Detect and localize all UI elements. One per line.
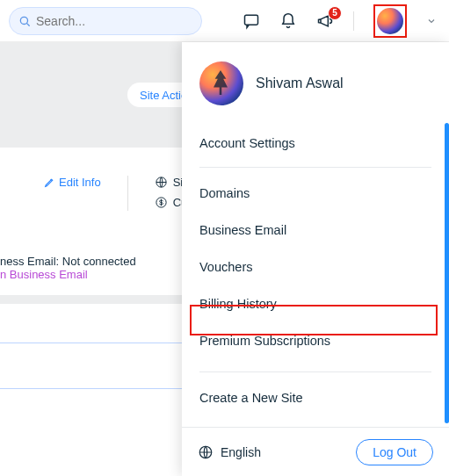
vertical-divider — [127, 176, 128, 211]
svg-line-1 — [27, 23, 30, 25]
avatar — [199, 61, 243, 105]
globe-icon — [155, 176, 168, 189]
avatar-button-highlight — [373, 4, 407, 38]
search-icon — [18, 15, 31, 27]
notification-badge: 5 — [328, 6, 342, 20]
currency-icon — [155, 196, 168, 209]
top-bar: 5 — [0, 0, 449, 42]
language-button[interactable]: English — [198, 444, 261, 460]
edit-info-label: Edit Info — [59, 176, 101, 189]
bell-icon[interactable] — [279, 12, 297, 30]
divider — [353, 11, 354, 31]
menu-divider — [199, 371, 431, 372]
svg-rect-2 — [245, 15, 258, 25]
search-input[interactable] — [36, 14, 192, 28]
pencil-icon — [44, 177, 55, 188]
top-icons: 5 — [243, 4, 440, 38]
menu-item-billing-history[interactable]: Billing History — [199, 285, 431, 322]
avatar-button[interactable] — [377, 8, 403, 34]
account-menu-header: Shivam Aswal — [182, 42, 449, 125]
menu-item-create-site[interactable]: Create a New Site — [199, 379, 431, 416]
globe-icon — [198, 444, 214, 460]
chat-icon[interactable] — [243, 12, 260, 30]
language-label: English — [221, 445, 261, 459]
account-menu-footer: English Log Out — [182, 427, 449, 476]
edit-info-link[interactable]: Edit Info — [44, 176, 101, 189]
menu-item-account-settings[interactable]: Account Settings — [199, 125, 431, 162]
user-name: Shivam Aswal — [256, 76, 344, 91]
megaphone-icon[interactable]: 5 — [316, 12, 334, 30]
account-menu-panel: Shivam Aswal Account Settings Domains Bu… — [182, 42, 449, 476]
account-menu-list: Account Settings Domains Business Email … — [182, 125, 449, 359]
chevron-down-icon[interactable] — [426, 16, 437, 26]
menu-item-vouchers[interactable]: Vouchers — [199, 249, 431, 285]
menu-item-domains[interactable]: Domains — [199, 175, 431, 212]
panel-scrollbar[interactable] — [445, 123, 449, 423]
menu-divider — [199, 167, 431, 168]
menu-item-premium-subscriptions[interactable]: Premium Subscriptions — [199, 322, 431, 359]
logout-button[interactable]: Log Out — [356, 439, 433, 465]
search-box[interactable] — [9, 7, 202, 35]
menu-item-business-email[interactable]: Business Email — [199, 212, 431, 249]
